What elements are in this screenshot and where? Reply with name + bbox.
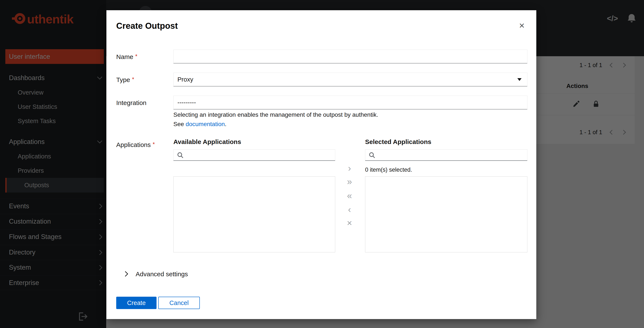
available-applications-title: Available Applications xyxy=(173,138,241,146)
integration-select[interactable]: --------- xyxy=(173,96,527,110)
available-applications-list[interactable] xyxy=(173,176,335,252)
name-field[interactable] xyxy=(173,50,527,63)
required-marker: * xyxy=(135,53,137,59)
cancel-button[interactable]: Cancel xyxy=(158,297,200,309)
create-button[interactable]: Create xyxy=(116,297,156,309)
available-search-box xyxy=(173,149,335,161)
selected-search-box xyxy=(365,149,527,161)
add-all-button[interactable]: » xyxy=(344,176,356,188)
type-select-value: Proxy xyxy=(178,76,193,83)
chevron-down-icon xyxy=(517,78,522,81)
selected-count-text: 0 item(s) selected. xyxy=(365,166,412,173)
selected-applications-title: Selected Applications xyxy=(365,138,432,146)
create-outpost-modal: Create Outpost × Name* Type* Proxy Integ… xyxy=(106,10,536,319)
required-marker: * xyxy=(132,76,134,82)
applications-label: Applications* xyxy=(116,141,155,149)
chevron-right-icon[interactable] xyxy=(122,271,128,277)
integration-help-text: Selecting an integration enables the man… xyxy=(173,111,378,118)
remove-all-button[interactable]: « xyxy=(344,190,356,202)
documentation-link[interactable]: documentation xyxy=(186,121,225,127)
available-search-input[interactable] xyxy=(186,150,334,160)
advanced-settings-toggle[interactable]: Advanced settings xyxy=(136,270,188,278)
search-icon xyxy=(176,152,184,160)
close-icon[interactable]: × xyxy=(515,19,529,32)
clear-selection-button[interactable]: ✕ xyxy=(344,217,356,229)
screen: uthentik User interface Dashboards Overv… xyxy=(0,0,644,328)
selected-applications-list[interactable] xyxy=(365,176,527,252)
required-marker: * xyxy=(153,141,155,147)
integration-label: Integration xyxy=(116,99,146,107)
type-label: Type* xyxy=(116,76,134,84)
integration-select-value: --------- xyxy=(178,99,196,106)
selected-search-input[interactable] xyxy=(378,150,526,160)
remove-selected-button[interactable]: ‹ xyxy=(344,204,356,215)
modal-title: Create Outpost xyxy=(116,21,178,31)
type-select[interactable]: Proxy xyxy=(173,73,527,86)
search-icon xyxy=(368,152,376,160)
integration-help-line2: See documentation. xyxy=(173,121,226,128)
name-label: Name* xyxy=(116,53,137,61)
add-selected-button[interactable]: › xyxy=(344,162,356,174)
